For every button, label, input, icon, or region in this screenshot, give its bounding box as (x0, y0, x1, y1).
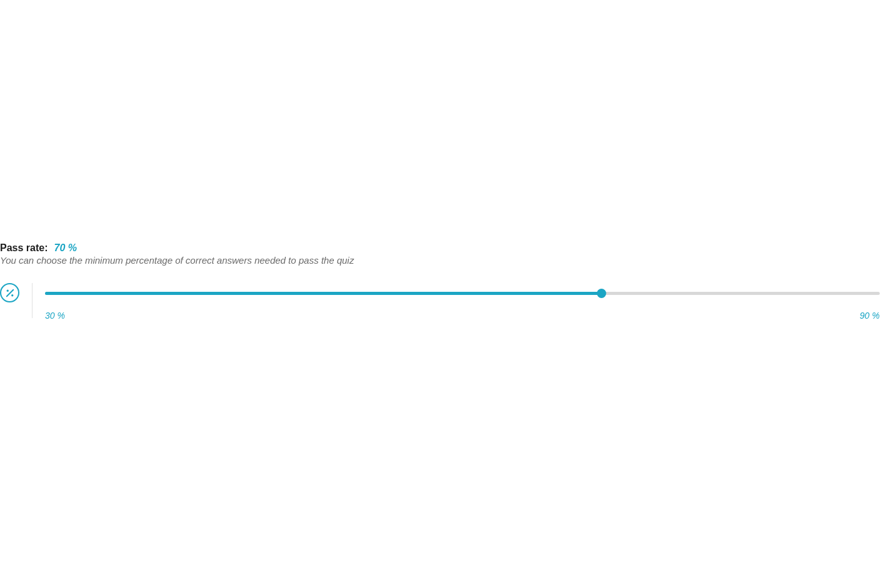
svg-point-2 (11, 294, 13, 296)
pass-rate-label: Pass rate: (0, 242, 48, 254)
pass-rate-header: Pass rate: 70 % (0, 242, 881, 254)
percent-icon (0, 283, 19, 302)
slider-thumb[interactable] (597, 289, 607, 298)
slider-track-fill (45, 292, 602, 295)
pass-rate-value: 70 % (54, 242, 77, 254)
svg-point-1 (6, 289, 8, 291)
pass-rate-slider-row: 30 % 90 % (0, 283, 881, 321)
slider-max-label: 90 % (860, 311, 880, 321)
slider-min-label: 30 % (45, 311, 65, 321)
percent-icon-container (0, 283, 19, 302)
pass-rate-description: You can choose the minimum percentage of… (0, 255, 881, 266)
vertical-divider (32, 283, 33, 318)
pass-rate-slider[interactable]: 30 % 90 % (45, 283, 881, 321)
